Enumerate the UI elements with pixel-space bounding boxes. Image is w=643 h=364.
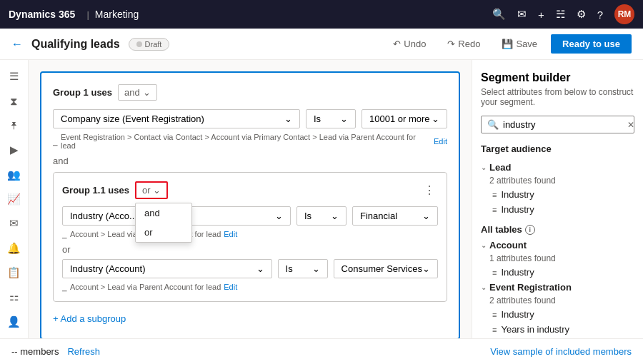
path-row-1: ⎯ Event Registration > Contact via Conta…	[53, 131, 447, 151]
sub-condition2-op-chevron: ⌄	[312, 263, 320, 274]
session-section-header[interactable]: › Session	[481, 337, 634, 338]
event-section-title: Event Registration	[489, 282, 572, 293]
event-chevron-icon: ⌄	[481, 283, 487, 291]
sidebar-contacts-icon[interactable]: 👥	[3, 163, 26, 185]
help-icon[interactable]: ?	[597, 9, 603, 21]
connector-option-or[interactable]: or	[136, 223, 191, 242]
attr-grid-icon-3: ≡	[492, 268, 497, 277]
lead-industry-label-2: Industry	[501, 204, 534, 215]
subgroup-connector-select[interactable]: or ⌄	[135, 181, 169, 199]
attr-grid-icon-1: ≡	[492, 191, 497, 199]
add-subgroup-button[interactable]: + Add a subgroup	[53, 310, 447, 327]
back-button[interactable]: ←	[11, 38, 23, 51]
sub-condition1-op[interactable]: Is ⌄	[296, 206, 347, 226]
connector-option-and[interactable]: and	[136, 203, 191, 223]
filter-icon[interactable]: ☵	[556, 8, 565, 21]
account-chevron-icon: ⌄	[481, 241, 487, 249]
condition1-field[interactable]: Company size (Event Registration) ⌄	[53, 109, 300, 128]
sub-condition1-field-label: Industry (Acco...	[70, 211, 137, 221]
settings-icon[interactable]: ⚙	[577, 8, 586, 21]
event-years-item[interactable]: ≡ Years in industry	[481, 322, 634, 337]
sub-condition2-op-label: Is	[286, 263, 293, 274]
attr-grid-icon-5: ≡	[492, 325, 497, 334]
redo-label: Redo	[458, 39, 480, 49]
all-tables-info-icon: i	[525, 225, 535, 235]
sub-condition1-val[interactable]: Financial ⌄	[352, 206, 438, 226]
group1-connector-chevron: ⌄	[143, 87, 151, 98]
account-section-header[interactable]: ⌄ Account	[481, 238, 634, 253]
sub-condition2-op[interactable]: Is ⌄	[278, 259, 328, 278]
all-tables-text: All tables	[481, 224, 522, 235]
search-icon[interactable]: 🔍	[492, 8, 506, 21]
undo-button[interactable]: ↶ Undo	[385, 35, 434, 53]
and-connector: and	[53, 156, 447, 166]
condition1-op-chevron: ⌄	[340, 113, 348, 124]
condition1-val[interactable]: 10001 or more ⌄	[362, 109, 447, 128]
subgroup-1-1: Group 1.1 uses or ⌄ and or ⋮	[53, 172, 447, 302]
sub-condition2-val-chevron: ⌄	[422, 263, 430, 274]
sidebar-chart-icon[interactable]: 📈	[3, 188, 26, 210]
sidebar-email-icon[interactable]: ✉	[3, 213, 26, 234]
condition1-op[interactable]: Is ⌄	[306, 109, 356, 128]
sample-link[interactable]: View sample of included members	[490, 346, 632, 357]
sub-condition2-field[interactable]: Industry (Account) ⌄	[62, 259, 272, 278]
sub-edit-link-1[interactable]: Edit	[224, 230, 237, 238]
sidebar-pin-icon[interactable]: 🖈	[3, 115, 26, 136]
search-input[interactable]	[503, 119, 623, 130]
redo-icon: ↷	[447, 39, 455, 49]
sidebar-bell-icon[interactable]: 🔔	[3, 238, 26, 259]
connector-dropdown: and or	[135, 203, 192, 243]
sub-or-connector: or	[62, 244, 438, 255]
edit-link-1[interactable]: Edit	[434, 137, 447, 146]
sub-condition2-val[interactable]: Consumer Services ⌄	[334, 259, 438, 278]
event-years-label: Years in industry	[501, 324, 569, 335]
lead-section-header[interactable]: ⌄ Lead	[481, 160, 634, 175]
group1-header: Group 1 uses and ⌄	[53, 84, 447, 101]
main-content: Group 1 uses and ⌄ Company size (Event R…	[29, 60, 472, 338]
sub-header: ← Qualifying leads Draft ↶ Undo ↷ Redo 💾…	[0, 29, 643, 60]
redo-button[interactable]: ↷ Redo	[439, 35, 488, 53]
subgroup-more-button[interactable]: ⋮	[421, 183, 438, 197]
attr-grid-icon-2: ≡	[492, 206, 497, 214]
save-button[interactable]: 💾 Save	[494, 35, 545, 53]
condition1-field-chevron: ⌄	[284, 113, 292, 124]
refresh-link[interactable]: Refresh	[67, 346, 100, 357]
lead-section-title: Lead	[489, 162, 511, 173]
sidebar-list-icon[interactable]: 📋	[3, 262, 26, 283]
segment-builder-desc: Select attributes from below to construc…	[481, 87, 634, 107]
event-industry-item[interactable]: ≡ Industry	[481, 307, 634, 322]
members-text: -- members	[11, 346, 59, 357]
sub-condition1-val-label: Financial	[360, 211, 397, 221]
lead-count: 2 attributes found	[489, 176, 556, 186]
search-clear-icon[interactable]: ✕	[627, 120, 634, 130]
lead-industry-item-2[interactable]: ≡ Industry	[481, 202, 634, 217]
sub-condition1-chevron: ⌄	[275, 211, 283, 221]
sidebar-layers-icon[interactable]: ⚏	[3, 286, 26, 308]
sidebar-user-icon[interactable]: 👤	[3, 311, 26, 333]
undo-label: Undo	[404, 39, 426, 49]
condition1-val-label: 10001 or more	[369, 113, 430, 124]
condition1-op-label: Is	[314, 113, 321, 124]
draft-label: Draft	[145, 40, 162, 49]
lead-industry-item-1[interactable]: ≡ Industry	[481, 187, 634, 202]
avatar[interactable]: RM	[614, 4, 634, 24]
search-icon: 🔍	[487, 119, 499, 130]
group1-connector-select[interactable]: and ⌄	[118, 84, 157, 101]
subgroup-header: Group 1.1 uses or ⌄ and or ⋮	[62, 181, 438, 199]
account-industry-item[interactable]: ≡ Industry	[481, 265, 634, 280]
sidebar-play-icon[interactable]: ▶	[3, 139, 26, 161]
nav-divider: |	[86, 9, 89, 20]
add-icon[interactable]: +	[538, 9, 544, 21]
sidebar-menu-icon[interactable]: ☰	[3, 66, 26, 87]
subgroup-condition-row-1: Industry (Acco... ⌄ Is ⌄ Financial ⌄	[62, 206, 438, 226]
event-industry-label: Industry	[501, 309, 534, 320]
page-title: Qualifying leads	[31, 38, 120, 51]
notification-icon[interactable]: ✉	[517, 8, 527, 21]
left-sidebar: ☰ ⧗ 🖈 ▶ 👥 📈 ✉ 🔔 📋 ⚏ 👤	[0, 60, 29, 338]
sidebar-home-icon[interactable]: ⧗	[3, 90, 26, 111]
right-panel: Segment builder Select attributes from b…	[472, 60, 643, 338]
event-count: 2 attributes found	[489, 295, 556, 305]
sub-edit-link-2[interactable]: Edit	[224, 283, 237, 291]
event-section-header[interactable]: ⌄ Event Registration	[481, 280, 634, 295]
ready-to-use-button[interactable]: Ready to use	[551, 34, 632, 54]
